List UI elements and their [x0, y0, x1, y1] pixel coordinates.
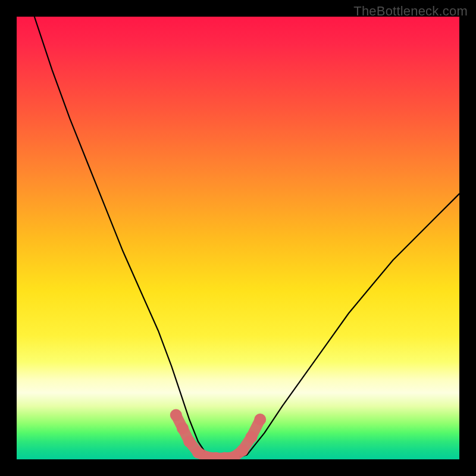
optimum-marker	[245, 431, 257, 443]
optimum-marker	[236, 444, 248, 456]
optimum-marker	[254, 414, 266, 425]
optimum-marker	[170, 409, 182, 421]
bottleneck-curve	[35, 17, 459, 459]
optimum-marker	[177, 422, 189, 434]
watermark-text: TheBottleneck.com	[353, 4, 468, 19]
chart-frame: TheBottleneck.com	[0, 0, 476, 476]
plot-area	[17, 17, 459, 459]
curve-layer	[17, 17, 459, 459]
optimum-marker	[183, 436, 195, 447]
